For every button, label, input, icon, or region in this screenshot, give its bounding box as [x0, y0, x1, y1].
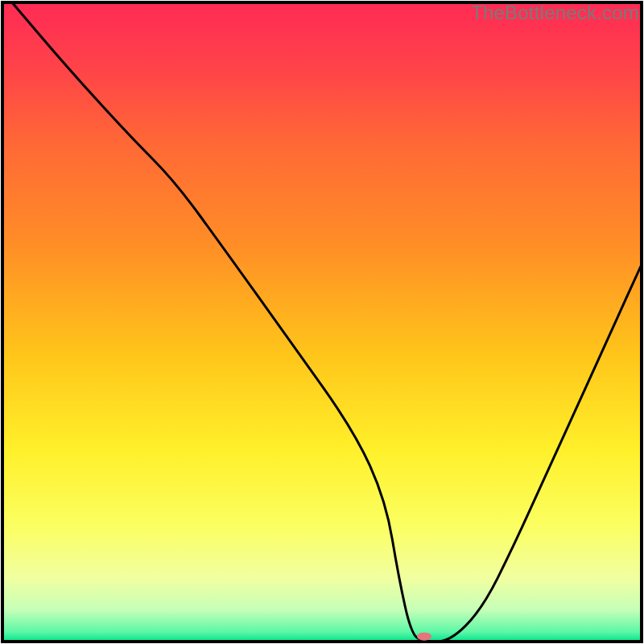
optimal-marker — [417, 633, 431, 641]
chart-container: TheBottleneck.com — [0, 0, 644, 644]
chart-background — [2, 2, 642, 642]
bottleneck-chart — [0, 0, 644, 644]
watermark-text: TheBottleneck.com — [471, 2, 639, 24]
